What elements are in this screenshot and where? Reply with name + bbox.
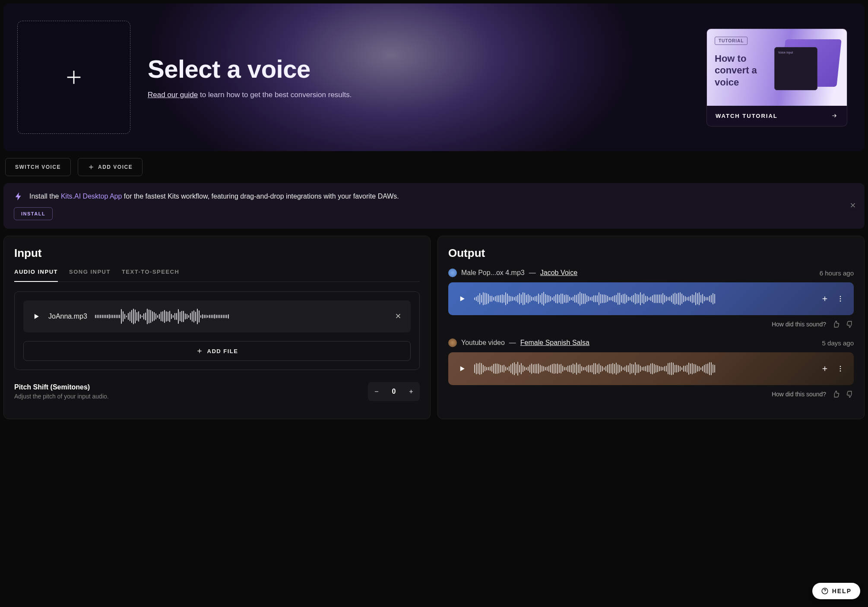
feedback-question: How did this sound? [772, 321, 826, 328]
output-player [448, 282, 854, 315]
add-voice-button[interactable]: ADD VOICE [78, 158, 143, 176]
output-source: Youtube video [461, 339, 505, 347]
svg-point-3 [840, 366, 841, 367]
input-panel: Input AUDIO INPUT SONG INPUT TEXT-TO-SPE… [3, 236, 431, 419]
output-item: Youtube video — Female Spanish Salsa 5 d… [448, 338, 854, 398]
more-vertical-icon [836, 295, 844, 303]
play-button[interactable] [32, 312, 41, 321]
input-filename: JoAnna.mp3 [48, 313, 87, 320]
thumbs-down-button[interactable] [846, 320, 854, 328]
voice-avatar [448, 338, 457, 347]
input-tabs: AUDIO INPUT SONG INPUT TEXT-TO-SPEECH [14, 269, 420, 282]
tab-text-to-speech[interactable]: TEXT-TO-SPEECH [122, 269, 179, 281]
play-icon [458, 294, 466, 303]
pitch-label: Pitch Shift (Semitones) [14, 383, 109, 391]
output-timestamp: 6 hours ago [820, 269, 854, 277]
thumbs-up-button[interactable] [832, 320, 840, 328]
feedback-question: How did this sound? [772, 391, 826, 398]
app-name-link[interactable]: Kits.AI Desktop App [61, 193, 122, 200]
tutorial-headline: How to convert a voice [715, 53, 775, 89]
plus-icon [821, 365, 829, 373]
tab-audio-input[interactable]: AUDIO INPUT [14, 269, 58, 282]
pitch-description: Adjust the pitch of your input audio. [14, 393, 109, 400]
play-icon [32, 312, 41, 321]
plus-icon [196, 348, 203, 354]
output-item: Male Pop...ox 4.mp3 — Jacob Voice 6 hour… [448, 269, 854, 328]
output-title: Output [448, 247, 854, 260]
more-vertical-icon [836, 365, 844, 373]
add-to-library-button[interactable] [821, 295, 829, 303]
tab-song-input[interactable]: SONG INPUT [69, 269, 111, 281]
file-drop-box: JoAnna.mp3 ADD FILE [14, 291, 420, 370]
thumbs-up-button[interactable] [832, 390, 840, 398]
thumbs-down-icon [846, 320, 854, 328]
close-icon [394, 312, 402, 320]
play-button[interactable] [458, 294, 466, 303]
more-options-button[interactable] [836, 365, 844, 373]
close-icon [849, 202, 857, 209]
minus-icon [374, 389, 380, 395]
pitch-stepper: 0 [368, 382, 420, 401]
output-timestamp: 5 days ago [822, 339, 854, 347]
thumbs-up-icon [832, 320, 840, 328]
pitch-value: 0 [385, 388, 402, 395]
thumbs-up-icon [832, 390, 840, 398]
tutorial-thumbnail: TUTORIAL How to convert a voice Voice in… [707, 29, 847, 106]
remove-file-button[interactable] [394, 312, 402, 321]
input-waveform[interactable] [95, 307, 386, 326]
output-waveform[interactable] [474, 290, 813, 307]
tutorial-mock-graphic: Voice input [774, 39, 839, 95]
switch-voice-button[interactable]: SWITCH VOICE [5, 158, 71, 176]
svg-point-0 [840, 296, 841, 297]
add-to-library-button[interactable] [821, 365, 829, 373]
select-voice-slot[interactable] [17, 21, 130, 134]
hero-subtitle: Read our guide to learn how to get the b… [148, 89, 372, 101]
svg-point-1 [840, 298, 841, 300]
banner-text: Install the Kits.AI Desktop App for the … [29, 193, 399, 200]
hero-title: Select a voice [148, 54, 689, 83]
desktop-app-banner: Install the Kits.AI Desktop App for the … [3, 183, 865, 229]
output-voice-link[interactable]: Female Spanish Salsa [520, 339, 589, 347]
more-options-button[interactable] [836, 295, 844, 303]
read-guide-link[interactable]: Read our guide [148, 91, 198, 99]
pitch-increment-button[interactable] [402, 382, 420, 401]
play-icon [458, 364, 466, 373]
output-panel: Output Male Pop...ox 4.mp3 — Jacob Voice… [437, 236, 865, 419]
add-file-button[interactable]: ADD FILE [23, 341, 411, 361]
thumbs-down-button[interactable] [846, 390, 854, 398]
bolt-icon [14, 192, 23, 201]
output-waveform[interactable] [474, 360, 813, 377]
play-button[interactable] [458, 364, 466, 373]
watch-tutorial-button[interactable]: WATCH TUTORIAL [707, 106, 847, 126]
hero-banner: Select a voice Read our guide to learn h… [3, 3, 865, 151]
tutorial-badge: TUTORIAL [715, 37, 748, 45]
svg-point-2 [840, 300, 841, 302]
pitch-decrement-button[interactable] [368, 382, 385, 401]
install-button[interactable]: INSTALL [14, 207, 53, 220]
plus-icon [821, 295, 829, 303]
audio-file-row: JoAnna.mp3 [23, 300, 411, 332]
close-banner-button[interactable] [849, 202, 857, 211]
plus-icon [64, 67, 84, 87]
pitch-shift-setting: Pitch Shift (Semitones) Adjust the pitch… [14, 382, 420, 401]
svg-point-5 [840, 370, 841, 372]
plus-icon [408, 389, 414, 395]
output-source: Male Pop...ox 4.mp3 [461, 269, 525, 277]
svg-point-4 [840, 368, 841, 370]
tutorial-card[interactable]: TUTORIAL How to convert a voice Voice in… [706, 28, 847, 126]
output-voice-link[interactable]: Jacob Voice [540, 269, 577, 277]
arrow-right-icon [830, 113, 838, 119]
voice-avatar [448, 269, 457, 277]
input-title: Input [14, 247, 420, 260]
thumbs-down-icon [846, 390, 854, 398]
output-player [448, 352, 854, 385]
plus-icon [88, 164, 95, 171]
